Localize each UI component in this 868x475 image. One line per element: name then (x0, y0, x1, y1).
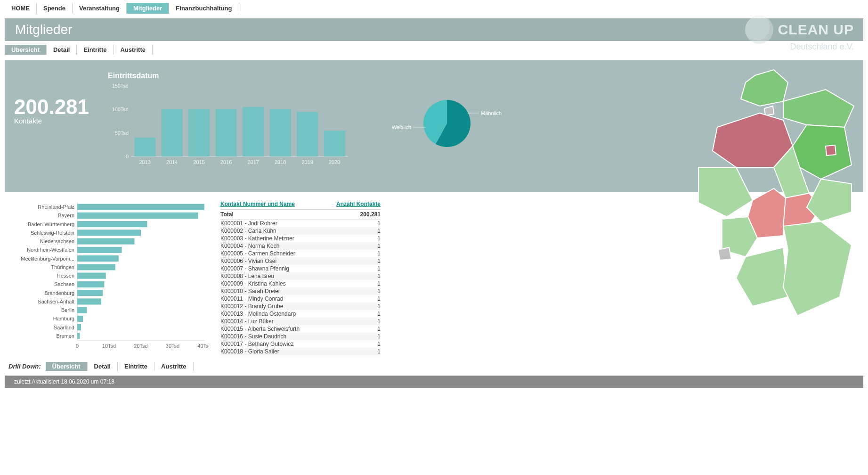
svg-rect-58 (77, 324, 81, 330)
nav-mitglieder[interactable]: Mitglieder (127, 3, 169, 14)
svg-rect-17 (243, 107, 264, 156)
svg-text:Mecklenburg-Vorpom...: Mecklenburg-Vorpom... (21, 256, 74, 262)
svg-text:100Tsd: 100Tsd (112, 106, 129, 112)
svg-rect-38 (77, 238, 135, 245)
svg-text:Sachsen-Anhalt: Sachsen-Anhalt (38, 299, 74, 304)
contacts-table[interactable]: Kontakt Nummer und Name Anzahl Kontakte … (220, 201, 381, 355)
svg-rect-52 (77, 298, 101, 304)
drill-austritte[interactable]: Austritte (154, 362, 193, 371)
svg-text:2014: 2014 (166, 159, 178, 165)
table-row[interactable]: K000005 - Carmen Schneider1 (220, 250, 381, 257)
tab-übersicht[interactable]: Übersicht (5, 45, 47, 55)
bar-chart-eintritt[interactable]: Eintrittsdatum 050Tsd100Tsd150Tsd2013201… (108, 72, 353, 169)
map-state-bayern[interactable] (783, 221, 852, 316)
nav-finanzbuchhaltung[interactable]: Finanzbuchhaltung (169, 3, 239, 14)
svg-rect-50 (77, 290, 103, 296)
svg-text:2015: 2015 (194, 159, 205, 165)
nav-home[interactable]: HOME (5, 3, 37, 14)
svg-rect-42 (77, 255, 119, 262)
top-nav: HOMESpendeVeranstaltungMitgliederFinanzb… (0, 0, 868, 18)
drilldown-label: Drill Down: (8, 363, 41, 370)
svg-text:2016: 2016 (220, 159, 232, 165)
svg-text:Nordrhein-Westfalen: Nordrhein-Westfalen (27, 247, 74, 253)
svg-text:2013: 2013 (139, 159, 151, 165)
svg-text:Berlin: Berlin (61, 307, 74, 313)
svg-text:2017: 2017 (248, 159, 259, 165)
table-row[interactable]: K000012 - Brandy Grube1 (220, 303, 381, 310)
svg-text:Brandenburg: Brandenburg (44, 290, 74, 296)
svg-text:2019: 2019 (302, 159, 313, 165)
map-state-hamburg[interactable] (764, 106, 774, 115)
table-row[interactable]: K000014 - Luz Büker1 (220, 318, 381, 325)
table-row[interactable]: K000008 - Lena Breu1 (220, 272, 381, 280)
brand-name: CLEAN UP (778, 22, 854, 38)
tab-austritte[interactable]: Austritte (114, 45, 153, 55)
svg-text:10Tsd: 10Tsd (102, 343, 116, 349)
svg-text:Weiblich: Weiblich (392, 124, 411, 130)
svg-text:Bremen: Bremen (56, 333, 74, 339)
kpi-block: 200.281 Kontakte (14, 95, 89, 125)
svg-rect-48 (77, 281, 104, 287)
footer-status: zuletzt Aktualisiert 18.06.2020 um 07:18 (5, 376, 863, 388)
tab-eintritte[interactable]: Eintritte (77, 45, 114, 55)
germany-map[interactable] (665, 61, 863, 325)
table-row[interactable]: K000002 - Carla Kühn1 (220, 227, 381, 235)
table-header-count[interactable]: Anzahl Kontakte (329, 201, 381, 207)
table-row[interactable]: K000003 - Katherine Metzner1 (220, 235, 381, 242)
nav-spende[interactable]: Spende (37, 3, 73, 14)
svg-rect-44 (77, 264, 115, 270)
drill-detail[interactable]: Detail (88, 362, 118, 371)
svg-text:0: 0 (76, 343, 79, 349)
svg-rect-19 (270, 109, 291, 156)
svg-text:20Tsd: 20Tsd (134, 343, 147, 349)
nav-veranstaltung[interactable]: Veranstaltung (73, 3, 127, 14)
map-state-schleswig-holstein[interactable] (741, 70, 788, 106)
svg-rect-56 (77, 316, 83, 322)
drill-eintritte[interactable]: Eintritte (118, 362, 154, 371)
table-total-label: Total (220, 211, 329, 218)
table-row[interactable]: K000016 - Susie Daudrich1 (220, 333, 381, 340)
table-row[interactable]: K000010 - Sarah Dreier1 (220, 287, 381, 295)
table-total-value: 200.281 (329, 211, 381, 218)
drill-übersicht[interactable]: Übersicht (46, 362, 88, 371)
kpi-value: 200.281 (14, 95, 89, 119)
svg-text:Niedersachsen: Niedersachsen (40, 238, 74, 244)
table-row[interactable]: K000009 - Kristina Kahles1 (220, 280, 381, 287)
table-row[interactable]: K000006 - Vivian Osei1 (220, 257, 381, 265)
table-row[interactable]: K000013 - Melinda Ostendarp1 (220, 310, 381, 318)
svg-rect-46 (77, 273, 106, 279)
map-state-mecklenburg-vorpommern[interactable] (783, 90, 854, 127)
svg-text:Hamburg: Hamburg (53, 316, 74, 321)
svg-rect-13 (188, 109, 210, 156)
table-row[interactable]: K000017 - Bethany Gutowicz1 (220, 340, 381, 348)
svg-rect-32 (77, 213, 198, 219)
svg-text:0: 0 (126, 154, 129, 159)
svg-text:30Tsd: 30Tsd (166, 343, 179, 349)
svg-rect-9 (134, 138, 155, 156)
map-state-nordrhein-westfalen[interactable] (698, 167, 753, 217)
table-row[interactable]: K000004 - Norma Koch1 (220, 242, 381, 250)
pie-chart-gender[interactable]: WeiblichMännlich (386, 90, 503, 163)
globe-icon (745, 16, 773, 44)
tab-detail[interactable]: Detail (47, 45, 77, 55)
svg-rect-21 (297, 112, 318, 156)
table-row[interactable]: K000011 - Mindy Conrad1 (220, 295, 381, 303)
table-row[interactable]: K000018 - Gloria Sailer1 (220, 348, 381, 355)
svg-rect-54 (77, 307, 87, 313)
table-row[interactable]: K000015 - Alberta Schweisfurth1 (220, 325, 381, 333)
bar-chart-states[interactable]: Rheinland-PfalzBayernBaden-WürttembergSc… (11, 201, 209, 352)
page-header: Mitglieder CLEAN UP Deutschland e.V. (5, 18, 863, 41)
svg-text:Hessen: Hessen (57, 273, 74, 278)
table-row[interactable]: K000001 - Jodi Rohrer1 (220, 220, 381, 227)
table-header-name[interactable]: Kontakt Nummer und Name (220, 201, 329, 207)
table-row[interactable]: K000007 - Shawna Pfennig1 (220, 265, 381, 272)
svg-rect-15 (216, 109, 237, 156)
svg-rect-30 (77, 204, 204, 210)
svg-text:Männlich: Männlich (481, 110, 502, 116)
map-state-saarland[interactable] (718, 247, 731, 260)
svg-text:50Tsd: 50Tsd (115, 130, 129, 136)
svg-rect-11 (162, 109, 183, 156)
svg-text:Baden-Württemberg: Baden-Württemberg (28, 221, 74, 227)
map-state-berlin[interactable] (826, 145, 836, 156)
svg-rect-40 (77, 247, 122, 253)
